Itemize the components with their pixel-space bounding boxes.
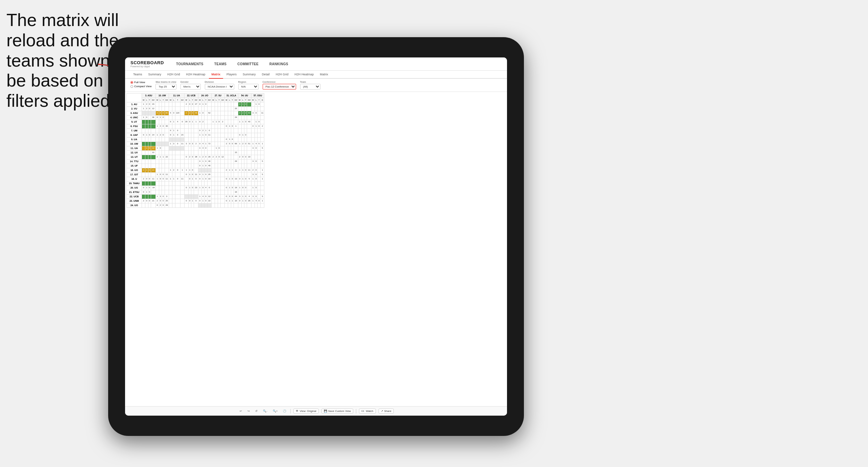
view-original-btn[interactable]: 👁 View: Original [293,409,318,414]
col-osu: 57. OSU [251,94,264,98]
clock-btn[interactable]: 🕐 [282,409,288,413]
division-select[interactable]: NCAA Division I [205,84,234,90]
table-row: 12. UV 10 15 [127,151,264,155]
col-asu: 3. ASU [142,94,156,98]
col-ucb: 22. UCB [184,94,198,98]
nav-tournaments[interactable]: TOURNAMENTS [174,61,206,67]
sub-l: L [145,98,148,102]
team-label: Team [300,81,320,83]
col-su: 27. SU [211,94,224,98]
table-row: 2. VU 12012 25 [127,107,264,111]
logo-text: SCOREBOARD [130,60,164,65]
sub-nav: Teams Summary H2H Grid H2H Heatmap Matri… [125,71,507,79]
matrix-content[interactable]: 3. ASU 10. UW 11. UA 22. UCB 24. UO 27. … [125,92,507,406]
eye-icon: 👁 [296,410,298,413]
view-original-label: View: Original [299,410,316,413]
share-label: Share [384,410,391,413]
table-row: 3. ASU 04080 50120 02048 1052 02060 3011 [127,111,264,116]
tablet-screen: SCOREBOARD Powered by clippd TOURNAMENTS… [125,57,507,416]
table-row: 11. UA 1010 10 340 10 305 [127,146,264,151]
share-icon: ↗ [381,410,383,413]
gender-label: Gender [180,81,201,83]
table-row: 5. UT 0140 35011 02 1102 11040 10 [127,120,264,124]
table-row: 19. TAMU [127,181,264,186]
sub-nav-h2h-grid[interactable]: H2H Grid [165,71,183,79]
col-uu: 54. UU [238,94,251,98]
zoom-in-btn[interactable]: 🔍+ [271,409,279,413]
col-ucla: 31. UCLA [225,94,238,98]
table-row: 9. UA 010 [127,138,264,142]
team-filter: Team (All) [300,81,320,90]
undo-btn[interactable]: ↩ [238,409,243,413]
gender-select[interactable]: Men's [180,84,201,90]
col-uw: 10. UW [155,94,169,98]
table-row: 8. UAF 01014 120 01015 11011 010 [127,133,264,138]
sub-t: T [148,98,151,102]
sub-nav-h2h-heatmap[interactable]: H2H Heatmap [184,71,208,79]
logo-sub: Powered by clippd [130,65,164,68]
table-row: 23. UNM 20021 20025 0010 01010 01110 010… [127,199,264,203]
watch-label: Watch [366,410,373,413]
col-empty [127,94,142,102]
max-teams-label: Max teams in view [155,81,176,83]
conference-filter: Conference Pac-12 Conference [263,81,296,90]
region-select[interactable]: N/A [238,84,259,90]
sub-nav-h2h-heatmap2[interactable]: H2H Heatmap [292,71,316,79]
nav-committee[interactable]: COMMITTEE [235,61,261,67]
tablet-device: SCOREBOARD Powered by clippd TOURNAMENTS… [108,37,524,436]
compact-view-radio[interactable] [130,85,133,88]
matrix-table: 3. ASU 10. UW 11. UA 22. UCB 24. UO 27. … [126,93,264,208]
sub-nav-matrix2[interactable]: Matrix [317,71,331,79]
table-row: 16. UO 21014 1201 110 2110 11011 201 [127,168,264,173]
region-label: Region [238,81,259,83]
conference-label: Conference [263,81,296,83]
sub-nav-summary2[interactable]: Summary [240,71,259,79]
table-row: 13. UT 21122 02038 12026 22012 20019 [127,155,264,159]
conference-select[interactable]: Pac-12 Conference [263,84,296,90]
share-btn[interactable]: ↗ Share [379,409,394,414]
redo-btn[interactable]: ↪ [246,409,251,413]
table-row: 22. UCB 1303 14012 03044 3104 305 [127,195,264,199]
table-row: 18. U 20011 10011 11011 010 01010 01013 … [127,177,264,181]
table-row: 1. AU 12023 20027 010 010 10 [127,102,264,107]
logo-area: SCOREBOARD Powered by clippd [130,60,164,68]
sub-nav-players[interactable]: Players [224,71,239,79]
col-uo: 24. UO [198,94,211,98]
view-radio-group: Full View Compact View [130,81,151,88]
filter-bar: Full View Compact View Max teams in view… [125,79,507,92]
full-view-radio[interactable] [130,81,133,84]
full-view-option[interactable]: Full View [130,81,151,84]
division-label: Division [205,81,234,83]
col-ua: 11. UA [169,94,184,98]
sub-nav-teams[interactable]: Teams [130,71,145,79]
gender-filter: Gender Men's [180,81,201,90]
full-view-label: Full View [134,81,145,84]
table-row: 21. ETSU 010 16 [127,190,264,195]
table-row: 20. UG 010-34 01023 1040 01019 100 10 [127,186,264,190]
toolbar-divider-2 [356,409,356,414]
sub-nav-detail[interactable]: Detail [259,71,272,79]
watch-btn[interactable]: 👀 Watch [359,409,376,414]
sub-nav-h2h-grid2[interactable]: H2H Grid [273,71,291,79]
sub-w: W [142,98,145,102]
refresh-btn[interactable]: ↺ [254,409,259,413]
nav-teams[interactable]: TEAMS [212,61,229,67]
max-teams-select[interactable]: Top 25 [155,84,176,90]
team-select[interactable]: (All) [300,84,320,90]
sub-nav-summary[interactable]: Summary [146,71,164,79]
table-row: 4. UNC 1036 010 29 [127,116,264,120]
toolbar-divider-1 [290,409,291,414]
table-row: 10. UW 13011 3032 04172 25066 12051 1451 [127,142,264,146]
sub-dif: Dif [151,98,155,102]
nav-rankings[interactable]: RANKINGS [267,61,290,67]
compact-view-option[interactable]: Compact View [130,85,151,88]
table-row: 6. FSU 14035 0101 0102 [127,124,264,129]
zoom-out-btn[interactable]: 🔍- [262,409,269,413]
bottom-toolbar: ↩ ↪ ↺ 🔍- 🔍+ 🕐 👁 View: Original 💾 Save Cu… [125,406,507,416]
top-nav: SCOREBOARD Powered by clippd TOURNAMENTS… [125,57,507,71]
save-custom-label: Save Custom View [328,410,351,413]
save-custom-btn[interactable]: 💾 Save Custom View [321,409,353,414]
sub-nav-matrix[interactable]: Matrix [209,71,223,79]
table-row: 14. TTU 01040 29 305 [127,159,264,164]
table-row: 15. UF 01040 [127,164,264,168]
